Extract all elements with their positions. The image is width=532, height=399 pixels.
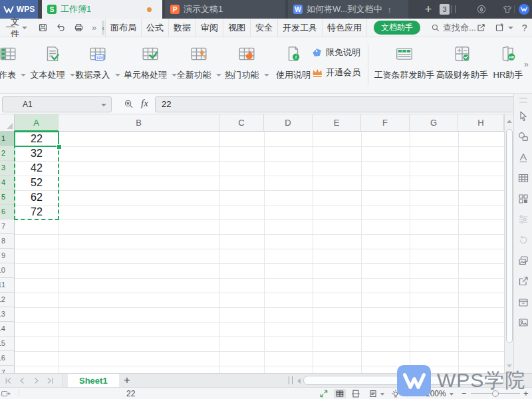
ribbon-button[interactable]: 高级财务助手	[431, 43, 493, 81]
row-header-10[interactable]: 10	[0, 263, 15, 278]
cell-A3[interactable]: 42	[15, 161, 59, 176]
new-window-icon[interactable]	[495, 23, 505, 33]
undo-icon[interactable]	[56, 23, 66, 33]
column-header-C[interactable]: C	[219, 114, 264, 132]
row-header-17[interactable]: 17	[0, 366, 15, 373]
share-icon[interactable]	[476, 23, 486, 33]
help-button[interactable]: ?	[522, 23, 527, 33]
scroll-down-icon[interactable]	[507, 364, 512, 368]
document-tab[interactable]: S工作簿1	[42, 0, 162, 19]
wordart-icon[interactable]	[517, 152, 529, 164]
nav-first-icon[interactable]	[4, 376, 13, 385]
column-header-F[interactable]: F	[361, 114, 410, 132]
macro-record-icon[interactable]	[1, 389, 11, 398]
cell-A5[interactable]: 62	[15, 190, 59, 205]
user-avatar-icon[interactable]	[519, 4, 529, 15]
cell-A6[interactable]: 72	[15, 205, 59, 219]
share-panel-icon[interactable]	[517, 275, 529, 287]
row-header-8[interactable]: 8	[0, 234, 15, 249]
menu-item[interactable]: 特色应用	[323, 19, 367, 37]
select-all-corner[interactable]	[0, 114, 15, 132]
row-header-4[interactable]: 4	[0, 176, 15, 190]
insert-function-button[interactable]: fx	[141, 98, 148, 109]
scroll-up-icon[interactable]	[507, 120, 512, 123]
nav-next-icon[interactable]	[32, 376, 41, 385]
shapes-icon[interactable]	[517, 131, 529, 143]
column-header-H[interactable]: H	[458, 114, 504, 132]
chevron-down-icon[interactable]	[450, 393, 454, 396]
scroll-left-icon[interactable]	[297, 378, 301, 384]
row-header-2[interactable]: 2	[0, 146, 15, 161]
name-box-dropdown-icon[interactable]	[101, 104, 106, 106]
column-header-A[interactable]: A	[15, 114, 59, 132]
add-sheet-button[interactable]: +	[121, 374, 133, 387]
sheet-tab[interactable]: Sheet1	[68, 374, 119, 387]
image-stack-icon[interactable]	[517, 255, 529, 267]
name-box[interactable]: A1	[2, 96, 112, 112]
formula-bar-resize-grip[interactable]	[519, 98, 527, 102]
normal-view-icon[interactable]	[334, 389, 346, 398]
row-header-14[interactable]: 14	[0, 322, 15, 336]
fit-screen-icon[interactable]	[319, 389, 329, 398]
nav-last-icon[interactable]	[46, 376, 55, 385]
ribbon-button[interactable]: HRHR助手	[488, 43, 528, 81]
doc-assistant-button[interactable]: 文档助手	[374, 21, 420, 35]
menu-item[interactable]: 安全	[251, 19, 278, 37]
row-header-6[interactable]: 6	[0, 205, 15, 219]
vertical-scrollbar-thumb[interactable]	[506, 129, 513, 343]
menu-item[interactable]: 审阅	[196, 19, 223, 37]
menu-item[interactable]: 开发工具	[278, 19, 323, 37]
save-icon[interactable]	[38, 23, 48, 33]
print-icon[interactable]	[74, 23, 84, 33]
menu-item[interactable]: 面布局	[105, 19, 142, 37]
column-header-E[interactable]: E	[313, 114, 361, 132]
magnifier-icon[interactable]	[124, 99, 134, 109]
fill-handle[interactable]	[57, 144, 62, 150]
row-header-7[interactable]: 7	[0, 219, 15, 234]
vertical-scrollbar[interactable]	[504, 114, 513, 373]
apps-icon[interactable]	[517, 193, 529, 205]
zoom-slider-handle[interactable]	[492, 390, 499, 397]
picture-icon[interactable]	[517, 317, 529, 329]
zoom-level[interactable]: 100%	[426, 389, 446, 398]
ribbon-button[interactable]: 123数据录入	[70, 43, 125, 81]
grid-rows[interactable]: 1234567891011121314151617223242526272	[0, 132, 504, 373]
menu-item[interactable]: 视图	[223, 19, 251, 37]
cell-A4[interactable]: 52	[15, 176, 59, 190]
column-header-G[interactable]: G	[410, 114, 458, 132]
horizontal-scrollbar-thumb[interactable]	[303, 376, 504, 385]
ribbon-mini-button[interactable]: 限免说明	[311, 47, 360, 59]
page-break-view-icon[interactable]	[351, 389, 360, 398]
new-document-tab-button[interactable]: +	[421, 0, 436, 19]
row-header-16[interactable]: 16	[0, 351, 15, 366]
template-store-icon[interactable]	[476, 4, 487, 15]
row-header-13[interactable]: 13	[0, 307, 15, 322]
row-header-5[interactable]: 5	[0, 190, 15, 205]
ribbon-mini-button[interactable]: 开通会员	[311, 66, 360, 78]
archive-icon[interactable]	[517, 296, 529, 308]
ribbon-button[interactable]: 工资条群发助手	[370, 43, 439, 81]
nav-prev-icon[interactable]	[18, 376, 27, 385]
eye-protect-icon[interactable]	[391, 389, 400, 398]
row-header-11[interactable]: 11	[0, 278, 15, 293]
zoom-out-button[interactable]: −	[462, 388, 467, 398]
menu-item[interactable]: 数据	[169, 19, 196, 37]
row-header-9[interactable]: 9	[0, 249, 15, 263]
zoom-in-button[interactable]: +	[523, 388, 529, 398]
tab-count-badge[interactable]: 3	[440, 4, 450, 15]
menu-item[interactable]: 公式	[142, 19, 169, 37]
cursor-icon[interactable]	[517, 110, 529, 122]
cell-A2[interactable]: 32	[15, 146, 59, 161]
skin-icon[interactable]	[502, 4, 513, 15]
row-header-1[interactable]: 1	[0, 132, 15, 146]
ribbon-overflow-button[interactable]: »	[524, 60, 529, 69]
pane-splitter-handle[interactable]	[289, 376, 293, 384]
chevron-down-icon[interactable]	[380, 393, 384, 396]
page-layout-view-icon[interactable]	[368, 389, 378, 398]
column-header-B[interactable]: B	[59, 114, 219, 132]
formula-input[interactable]: 22	[155, 96, 517, 112]
menu-scroll-left-button[interactable]: ‹	[102, 21, 104, 35]
row-header-3[interactable]: 3	[0, 161, 15, 176]
document-tab[interactable]: P演示文稿1	[165, 0, 285, 19]
row-header-12[interactable]: 12	[0, 293, 15, 307]
